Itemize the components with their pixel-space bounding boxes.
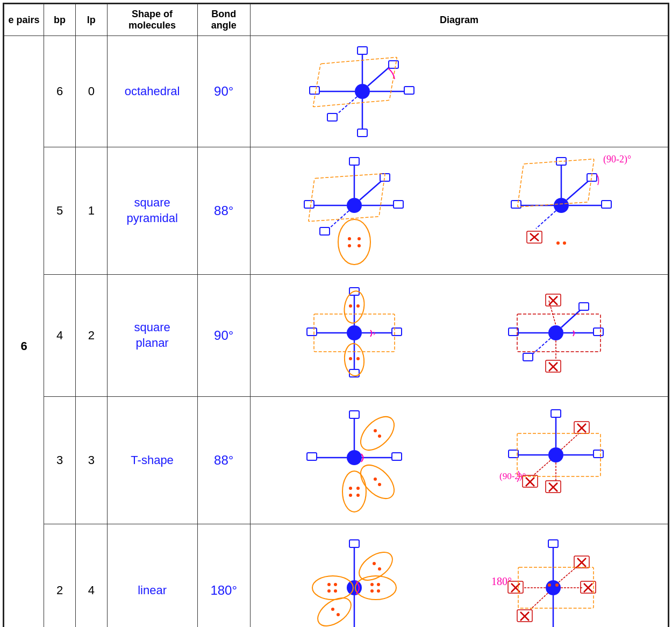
svg-line-39 bbox=[536, 211, 556, 229]
svg-point-130 bbox=[334, 589, 337, 593]
svg-point-128 bbox=[334, 583, 337, 586]
bp-cell: 2 bbox=[44, 524, 76, 628]
shape-cell: squareplanar bbox=[107, 275, 197, 397]
svg-rect-9 bbox=[389, 61, 398, 68]
svg-point-60 bbox=[349, 357, 352, 360]
bp-cell: 3 bbox=[44, 397, 76, 524]
tshape-svg: (90-2)° bbox=[255, 401, 663, 519]
svg-point-133 bbox=[377, 583, 380, 586]
diagram-cell-octahedral bbox=[250, 36, 668, 147]
bond-cell: 90° bbox=[197, 275, 250, 397]
shape-label: squarepyramidal bbox=[126, 196, 177, 225]
bp-cell: 5 bbox=[44, 147, 76, 275]
sqpyramidal-svg: (90-2)° bbox=[255, 152, 663, 270]
svg-rect-11 bbox=[327, 113, 337, 121]
bond-label: 180° bbox=[210, 583, 237, 597]
svg-rect-84 bbox=[349, 411, 359, 418]
svg-point-28 bbox=[358, 244, 361, 247]
svg-point-98 bbox=[374, 478, 377, 481]
svg-rect-76 bbox=[594, 328, 603, 336]
shape-label: T-shape bbox=[131, 453, 174, 467]
bp-cell: 6 bbox=[44, 36, 76, 147]
svg-point-99 bbox=[378, 483, 381, 486]
svg-point-94 bbox=[356, 487, 360, 490]
table-row: 6 6 0 octahedral 90° bbox=[4, 36, 668, 147]
svg-rect-19 bbox=[394, 201, 403, 208]
svg-line-155 bbox=[559, 566, 577, 582]
bond-label: 88° bbox=[214, 203, 233, 218]
lp-cell: 1 bbox=[76, 147, 108, 275]
svg-rect-102 bbox=[551, 410, 561, 417]
svg-rect-144 bbox=[548, 540, 558, 547]
svg-line-8 bbox=[368, 67, 389, 86]
bond-label: 88° bbox=[214, 453, 233, 467]
svg-point-132 bbox=[370, 583, 374, 586]
lp-cell: 4 bbox=[76, 524, 108, 628]
svg-rect-88 bbox=[392, 453, 402, 460]
svg-text:(90-2)°: (90-2)° bbox=[499, 471, 526, 481]
center-atom bbox=[355, 84, 370, 99]
epairs-cell: 6 bbox=[4, 36, 44, 628]
header-epairs: e pairs bbox=[4, 4, 44, 36]
svg-point-134 bbox=[370, 589, 374, 593]
svg-point-25 bbox=[348, 237, 351, 240]
bond-label: 90° bbox=[214, 84, 233, 98]
svg-rect-53 bbox=[307, 328, 317, 336]
bond-cell: 90° bbox=[197, 36, 250, 147]
svg-point-137 bbox=[373, 562, 376, 565]
svg-point-47 bbox=[347, 325, 362, 340]
svg-point-129 bbox=[327, 589, 331, 593]
svg-rect-5 bbox=[310, 87, 319, 94]
svg-point-82 bbox=[347, 450, 362, 465]
svg-point-91 bbox=[378, 434, 381, 438]
svg-point-57 bbox=[349, 304, 352, 308]
svg-point-142 bbox=[546, 580, 561, 595]
svg-point-93 bbox=[349, 487, 352, 490]
svg-point-46 bbox=[563, 241, 566, 245]
svg-rect-1 bbox=[358, 47, 367, 54]
bp-cell: 4 bbox=[44, 275, 76, 397]
svg-rect-7 bbox=[404, 87, 414, 94]
shape-label: squareplanar bbox=[134, 320, 170, 350]
svg-point-13 bbox=[347, 198, 362, 213]
svg-point-58 bbox=[356, 304, 360, 308]
svg-point-139 bbox=[313, 593, 356, 627]
shape-label: octahedral bbox=[125, 84, 180, 98]
header-diagram: Diagram bbox=[250, 4, 668, 36]
svg-point-90 bbox=[374, 429, 377, 432]
svg-rect-17 bbox=[304, 201, 314, 208]
svg-line-159 bbox=[531, 593, 548, 609]
shape-cell: linear bbox=[107, 524, 197, 628]
header-lp: lp bbox=[76, 4, 108, 36]
bond-cell: 180° bbox=[197, 524, 250, 628]
svg-line-37 bbox=[567, 181, 588, 200]
shape-cell: T-shape bbox=[107, 397, 197, 524]
diagram-cell-sqplanar: › bbox=[250, 275, 668, 397]
bond-cell: 88° bbox=[197, 397, 250, 524]
svg-rect-123 bbox=[349, 540, 359, 547]
svg-rect-3 bbox=[358, 129, 367, 137]
svg-rect-15 bbox=[349, 158, 359, 165]
svg-point-95 bbox=[349, 494, 352, 497]
shape-label: linear bbox=[138, 583, 167, 597]
svg-rect-43 bbox=[518, 159, 595, 207]
svg-point-97 bbox=[355, 459, 401, 505]
svg-point-96 bbox=[356, 494, 360, 497]
svg-point-24 bbox=[338, 219, 370, 265]
svg-rect-86 bbox=[307, 453, 317, 460]
table-row: 2 4 linear 180° bbox=[4, 524, 668, 628]
svg-rect-29 bbox=[309, 174, 385, 222]
diagram-cell-tshape: (90-2)° bbox=[250, 397, 668, 524]
shape-cell: squarepyramidal bbox=[107, 147, 197, 275]
bond-cell: 88° bbox=[197, 147, 250, 275]
svg-point-135 bbox=[377, 589, 380, 593]
svg-rect-78 bbox=[579, 303, 589, 310]
bond-label: 90° bbox=[214, 328, 233, 343]
svg-line-115 bbox=[533, 460, 551, 475]
svg-line-20 bbox=[360, 181, 381, 200]
lp-cell: 2 bbox=[76, 275, 108, 397]
svg-line-10 bbox=[337, 97, 357, 115]
svg-rect-80 bbox=[523, 353, 533, 361]
svg-point-100 bbox=[548, 447, 563, 462]
svg-rect-106 bbox=[594, 450, 603, 458]
